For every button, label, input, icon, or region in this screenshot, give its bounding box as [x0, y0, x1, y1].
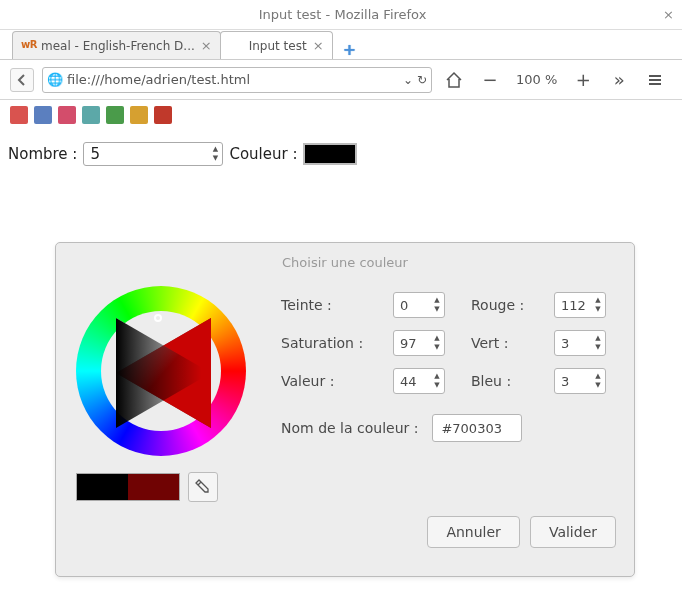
- tab-label: meal - English-French D...: [41, 39, 195, 53]
- valeur-label: Valeur :: [281, 368, 375, 394]
- zoom-in-button[interactable]: +: [569, 66, 597, 94]
- color-compare-swatch: [76, 473, 180, 501]
- page-content: Nombre : 5 ▲▼ Couleur :: [0, 130, 682, 178]
- bookmark-icon[interactable]: [154, 106, 172, 124]
- url-text: file:///home/adrien/test.html: [67, 72, 399, 87]
- zoom-out-button[interactable]: −: [476, 66, 504, 94]
- dropdown-icon[interactable]: ⌄: [403, 73, 413, 87]
- nombre-stepper[interactable]: ▲▼: [208, 145, 222, 163]
- saturation-input[interactable]: 97▲▼: [393, 330, 445, 356]
- rouge-input[interactable]: 112▲▼: [554, 292, 606, 318]
- bookmark-icon[interactable]: [130, 106, 148, 124]
- ok-button[interactable]: Valider: [530, 516, 616, 548]
- tab-bar: wR meal - English-French D... × Input te…: [0, 30, 682, 60]
- hamburger-icon: [647, 72, 663, 88]
- nombre-input[interactable]: 5 ▲▼: [83, 142, 223, 166]
- tab-close-icon[interactable]: ×: [201, 38, 212, 53]
- tab-label: Input test: [249, 39, 307, 53]
- old-color: [77, 474, 128, 500]
- zoom-level: 100 %: [512, 72, 561, 87]
- color-wheel[interactable]: [76, 286, 246, 456]
- favicon-generic: [229, 39, 243, 53]
- tab-close-icon[interactable]: ×: [313, 38, 324, 53]
- colorname-input[interactable]: #700303: [432, 414, 522, 442]
- couleur-swatch[interactable]: [303, 143, 357, 165]
- couleur-label: Couleur :: [229, 145, 297, 163]
- plus-icon: +: [343, 40, 356, 59]
- globe-icon: 🌐: [47, 72, 63, 87]
- bookmark-icon[interactable]: [58, 106, 76, 124]
- home-icon: [445, 71, 463, 89]
- color-picker-dialog: Choisir une couleur Teinte :: [55, 242, 635, 577]
- home-button[interactable]: [440, 66, 468, 94]
- menu-button[interactable]: [641, 66, 669, 94]
- favicon-wr: wR: [21, 39, 35, 53]
- eyedropper-button[interactable]: [188, 472, 218, 502]
- bookmark-icon[interactable]: [106, 106, 124, 124]
- bookmark-bar: [0, 100, 682, 130]
- window-title: Input test - Mozilla Firefox: [22, 7, 663, 22]
- nombre-label: Nombre :: [8, 145, 77, 163]
- teinte-input[interactable]: 0▲▼: [393, 292, 445, 318]
- dialog-title: Choisir une couleur: [56, 243, 634, 278]
- overflow-button[interactable]: »: [605, 66, 633, 94]
- bookmark-icon[interactable]: [82, 106, 100, 124]
- saturation-label: Saturation :: [281, 330, 375, 356]
- nombre-value: 5: [90, 145, 100, 163]
- new-color: [128, 474, 179, 500]
- back-arrow-icon: [15, 73, 29, 87]
- vert-label: Vert :: [471, 330, 536, 356]
- window-titlebar: Input test - Mozilla Firefox ×: [0, 0, 682, 30]
- form-row: Nombre : 5 ▲▼ Couleur :: [8, 142, 674, 166]
- window-close-icon[interactable]: ×: [663, 7, 674, 22]
- vert-input[interactable]: 3▲▼: [554, 330, 606, 356]
- tab-wordreference[interactable]: wR meal - English-French D... ×: [12, 31, 221, 59]
- bookmark-icon[interactable]: [34, 106, 52, 124]
- url-bar[interactable]: 🌐 file:///home/adrien/test.html ⌄ ↻: [42, 67, 432, 93]
- bookmark-icon[interactable]: [10, 106, 28, 124]
- bleu-input[interactable]: 3▲▼: [554, 368, 606, 394]
- rouge-label: Rouge :: [471, 292, 536, 318]
- valeur-input[interactable]: 44▲▼: [393, 368, 445, 394]
- back-button[interactable]: [10, 68, 34, 92]
- tab-input-test[interactable]: Input test ×: [220, 31, 333, 59]
- teinte-label: Teinte :: [281, 292, 375, 318]
- eyedropper-icon: [195, 479, 211, 495]
- reload-icon[interactable]: ↻: [417, 73, 427, 87]
- bleu-label: Bleu :: [471, 368, 536, 394]
- new-tab-button[interactable]: +: [340, 39, 360, 59]
- colorname-label: Nom de la couleur :: [281, 420, 418, 436]
- url-toolbar: 🌐 file:///home/adrien/test.html ⌄ ↻ − 10…: [0, 60, 682, 100]
- cancel-button[interactable]: Annuler: [427, 516, 519, 548]
